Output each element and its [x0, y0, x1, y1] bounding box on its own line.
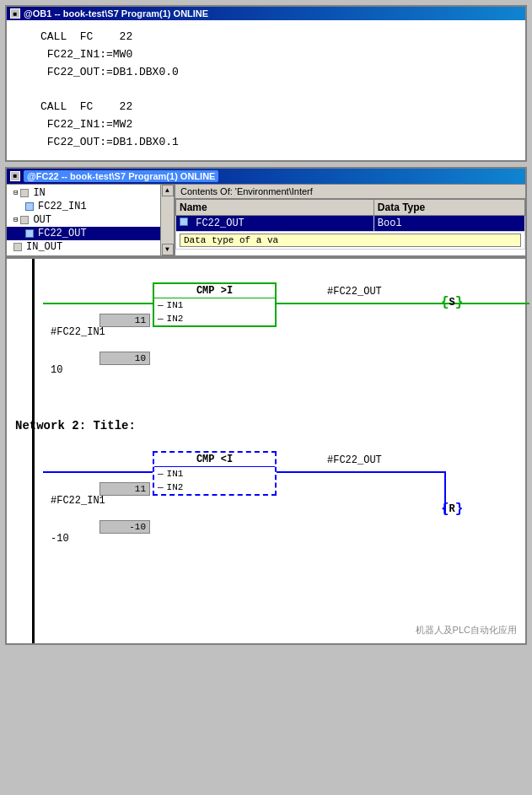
cmp-port-dash-in1-2: —: [158, 469, 164, 479]
table-row-0[interactable]: FC22_OUT Bool: [176, 215, 525, 231]
cmp-title-1: CMP >I: [154, 284, 275, 298]
cmp-box-2: CMP <I — IN1 — IN2: [153, 451, 277, 496]
tree-item-fc22out[interactable]: FC22_OUT: [7, 227, 174, 240]
tooltip-cell: Data type of a va: [176, 231, 525, 249]
network2-title: Network 2: [15, 419, 79, 432]
hline-n1-right: [277, 303, 529, 304]
col-header-datatype: Data Type: [373, 199, 524, 215]
code-line-1: CALL FC 22: [40, 29, 508, 46]
db-icon-fc22out: [25, 229, 34, 238]
window-ob1: ■ @OB1 -- book-test\S7 Program(1) ONLINE…: [5, 5, 527, 162]
network2-subtitle: Title:: [93, 419, 135, 432]
coil-close-bracket-1: }: [455, 295, 464, 310]
cmp-in1-name-2: IN1: [167, 469, 184, 479]
cmp-port-dash-in2-2: —: [158, 482, 164, 492]
title-bar-fc22: ■ @FC22 -- book-test\S7 Program(1) ONLIN…: [7, 169, 525, 184]
title-ob1: @OB1 -- book-test\S7 Program(1) ONLINE: [24, 8, 208, 19]
val-11-n1: 11: [99, 314, 150, 327]
tooltip-box: Data type of a va: [180, 234, 521, 247]
tree-panel: ⊟ IN FC22_IN1 ⊟ OUT FC22_OUT IN_OUT: [7, 185, 175, 255]
row-icon-0: [180, 218, 188, 226]
title-fc22: @FC22 -- book-test\S7 Program(1) ONLINE: [24, 170, 218, 182]
scroll-down[interactable]: ▼: [162, 244, 174, 255]
tree-item-in[interactable]: ⊟ IN: [7, 186, 174, 200]
db-icon-fc22in1: [25, 202, 34, 211]
cmp-in1-name: IN1: [167, 300, 184, 310]
in2-const-n1: 10: [51, 364, 62, 376]
window-icon-ob1: ■: [10, 8, 20, 19]
code-line-6: FC22_OUT:=DB1.DBX0.1: [40, 134, 508, 152]
cmp-title-2: CMP <I: [154, 453, 275, 467]
cmp-box-1: CMP >I — IN1 — IN2: [153, 282, 277, 327]
expand-icon-out: ⊟: [13, 215, 18, 224]
folder-icon-out: [20, 216, 29, 224]
ladder-area: CMP >I — IN1 — IN2 #FC22_OUT { S } 11 #F…: [5, 257, 527, 645]
title-bar-ob1: ■ @OB1 -- book-test\S7 Program(1) ONLINE: [7, 7, 525, 20]
table-panel: Contents Of: 'Environment\Interf Name Da…: [175, 185, 525, 255]
in1-label-n2: #FC22_IN1: [51, 495, 105, 507]
cmp-port-in2-2: — IN2: [154, 481, 275, 494]
output-label-2: #FC22_OUT: [327, 454, 382, 466]
cmp-port-label-in1: —: [158, 300, 164, 310]
col-header-name: Name: [176, 199, 374, 215]
hline-n1-left: [43, 303, 153, 304]
expand-icon-in: ⊟: [13, 188, 18, 197]
tree-label-out: OUT: [33, 214, 51, 226]
fc22-inner: ⊟ IN FC22_IN1 ⊟ OUT FC22_OUT IN_OUT: [7, 184, 525, 255]
cmp-in2-name: IN2: [167, 314, 184, 324]
cmp-in2-name-2: IN2: [167, 482, 184, 492]
val-10-n2: -10: [99, 520, 150, 534]
coil-r-2: { R }: [441, 502, 463, 517]
coil-s-1: { S }: [441, 295, 463, 310]
tree-item-inout[interactable]: IN_OUT: [7, 240, 174, 254]
cmp-port-label-in2: —: [158, 314, 164, 324]
coil-char-2: R: [449, 503, 455, 515]
coil-char-1: S: [449, 297, 455, 309]
window-fc22: ■ @FC22 -- book-test\S7 Program(1) ONLIN…: [5, 167, 527, 257]
table-row-1: Data type of a va: [176, 231, 525, 249]
code-line-2: FC22_IN1:=MW0: [40, 46, 508, 64]
network1-area: CMP >I — IN1 — IN2 #FC22_OUT { S } 11 #F…: [15, 267, 517, 415]
code-line-4: CALL FC 22: [40, 99, 508, 116]
code-line-3: FC22_OUT:=DB1.DBX0.0: [40, 64, 508, 82]
cmp-port-in1: — IN1: [154, 298, 275, 312]
watermark: 机器人及PLC自动化应用: [416, 624, 517, 637]
contents-header: Contents Of: 'Environment\Interf: [175, 185, 525, 199]
tree-scrollbar[interactable]: ▲ ▼: [160, 185, 174, 255]
hline-n2-right: [277, 471, 445, 473]
val-11-n2: 11: [99, 482, 150, 496]
cell-datatype-0: Bool: [373, 215, 524, 231]
window-icon-fc22: ■: [10, 171, 20, 181]
cmp-port-in1-2: — IN1: [154, 467, 275, 481]
code-line-blank: [40, 81, 508, 99]
coil-open-bracket-2: {: [441, 502, 449, 517]
ob1-code: CALL FC 22 FC22_IN1:=MW0 FC22_OUT:=DB1.D…: [7, 20, 525, 160]
tree-label-inout: IN_OUT: [26, 241, 62, 253]
tree-item-fc22in1[interactable]: FC22_IN1: [7, 200, 174, 213]
in1-label-n1: #FC22_IN1: [51, 326, 105, 338]
tree-label-fc22out: FC22_OUT: [38, 228, 87, 239]
network2-area: CMP <I — IN1 — IN2 #FC22_OUT { R } 11 #F…: [15, 436, 517, 583]
coil-close-bracket-2: }: [455, 502, 464, 517]
tree-label-in: IN: [33, 187, 45, 199]
cmp-port-in2: — IN2: [154, 312, 275, 325]
code-line-5: FC22_IN1:=MW2: [40, 116, 508, 134]
var-table: Name Data Type FC22_OUT Bool Dat: [175, 199, 525, 250]
folder-icon-in: [20, 189, 29, 197]
network2-label: Network 2: Title:: [15, 419, 517, 432]
val-10-n1: 10: [99, 352, 150, 365]
scroll-up[interactable]: ▲: [162, 185, 174, 196]
coil-open-bracket-1: {: [441, 295, 449, 310]
tree-label-fc22in1: FC22_IN1: [38, 201, 87, 212]
in2-const-n2: -10: [51, 533, 69, 545]
tree-item-out[interactable]: ⊟ OUT: [7, 213, 174, 227]
folder-icon-inout: [13, 243, 22, 251]
output-label-1: #FC22_OUT: [327, 286, 382, 298]
cell-name-0: FC22_OUT: [176, 215, 374, 231]
hline-n2-left: [43, 471, 153, 473]
